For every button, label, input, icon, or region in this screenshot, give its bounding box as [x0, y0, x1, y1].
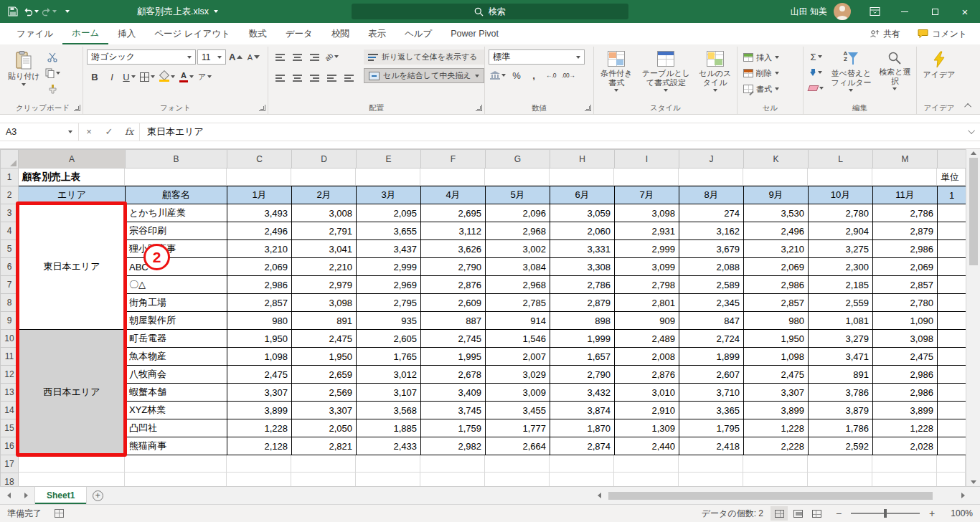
row-header-3[interactable]: 3	[1, 204, 19, 222]
cell-K6[interactable]: 2,069	[744, 258, 809, 276]
orientation-dropdown-icon[interactable]	[334, 55, 339, 58]
cell-D2[interactable]: 2月	[292, 186, 357, 204]
cell-D8[interactable]: 3,098	[292, 294, 357, 312]
cell-M12[interactable]: 2,986	[873, 366, 938, 384]
cell-L3[interactable]: 2,780	[809, 204, 873, 222]
cell-G10[interactable]: 1,546	[486, 330, 550, 348]
cell-G18[interactable]	[486, 473, 550, 487]
cell-D9[interactable]: 891	[292, 312, 357, 330]
cell-F10[interactable]: 2,745	[421, 330, 486, 348]
cell-styles-button[interactable]: セルのスタイル	[697, 47, 733, 93]
cell-I13[interactable]: 3,010	[615, 384, 679, 402]
redo-dropdown-icon[interactable]	[52, 10, 57, 13]
cell-M3[interactable]: 2,786	[873, 204, 938, 222]
cell-L2[interactable]: 10月	[809, 186, 873, 204]
cell-J3[interactable]: 274	[679, 204, 744, 222]
row-header-10[interactable]: 10	[1, 330, 19, 348]
cell-E14[interactable]: 3,568	[357, 402, 421, 419]
cell-N1[interactable]: 単位	[938, 169, 966, 186]
cell-K5[interactable]: 3,210	[744, 240, 809, 258]
cell-E6[interactable]: 2,999	[357, 258, 421, 276]
cut-button[interactable]	[44, 50, 62, 65]
scroll-right-icon[interactable]	[961, 493, 965, 498]
cell-D17[interactable]	[292, 455, 357, 473]
cell-L8[interactable]: 2,559	[809, 294, 873, 312]
merge-center-button[interactable]: セルを結合して中央揃え	[364, 68, 484, 83]
paste-dropdown-icon[interactable]	[22, 83, 26, 86]
cell-H5[interactable]: 3,331	[550, 240, 615, 258]
cell-K13[interactable]: 3,307	[744, 384, 809, 402]
ribbon-tab-review[interactable]: 校閲	[322, 23, 359, 44]
cell-E9[interactable]: 935	[357, 312, 421, 330]
delete-cells-button[interactable]: 削除	[741, 66, 781, 80]
cell-E1[interactable]	[357, 169, 421, 186]
cell-J7[interactable]: 2,589	[679, 276, 744, 294]
cell-F4[interactable]: 3,112	[421, 222, 486, 240]
fill-color-dropdown-icon[interactable]	[171, 75, 175, 78]
sheet-tab-sheet1[interactable]: Sheet1	[34, 487, 87, 504]
cell-I14[interactable]: 2,910	[615, 402, 679, 419]
cell-G4[interactable]: 2,968	[486, 222, 550, 240]
cell-F15[interactable]: 1,759	[421, 419, 486, 437]
format-cells-button[interactable]: 書式	[741, 82, 781, 96]
cell-H10[interactable]: 1,999	[550, 330, 615, 348]
cell-B6[interactable]: ABC	[126, 258, 227, 276]
cell-E2[interactable]: 3月	[357, 186, 421, 204]
delete-cells-dropdown-icon[interactable]	[775, 72, 779, 75]
cell-N18[interactable]	[938, 473, 966, 487]
percent-style-button[interactable]: %	[509, 68, 524, 82]
cell-N11[interactable]	[938, 348, 966, 366]
clear-button[interactable]	[807, 81, 825, 95]
row-header-13[interactable]: 13	[1, 384, 19, 402]
cell-F7[interactable]: 2,876	[421, 276, 486, 294]
cell-B9[interactable]: 朝屋製作所	[126, 312, 227, 330]
customize-qat-button[interactable]	[58, 2, 75, 21]
increase-font-size-button[interactable]: A	[227, 50, 244, 65]
cell-C6[interactable]: 2,069	[227, 258, 292, 276]
cell-D3[interactable]: 3,008	[292, 204, 357, 222]
copy-button[interactable]	[44, 66, 62, 80]
row-header-9[interactable]: 9	[1, 312, 19, 330]
format-as-table-dropdown-icon[interactable]	[664, 89, 668, 92]
cell-B3[interactable]: とかち川産業	[126, 204, 227, 222]
undo-button[interactable]	[22, 2, 39, 21]
column-header-G[interactable]: G	[486, 150, 550, 169]
cell-N15[interactable]	[938, 419, 966, 437]
increase-indent-button[interactable]	[341, 70, 357, 85]
share-button[interactable]: 共有	[862, 26, 908, 42]
cell-I12[interactable]: 2,876	[615, 366, 679, 384]
decrease-decimal-button[interactable]: .00→	[560, 68, 576, 82]
cell-I8[interactable]: 2,801	[615, 294, 679, 312]
vertical-scrollbar[interactable]	[966, 149, 980, 486]
clear-dropdown-icon[interactable]	[819, 87, 824, 90]
number-dialog-launcher[interactable]	[585, 105, 591, 111]
cell-B17[interactable]	[126, 455, 227, 473]
cancel-entry-button[interactable]: ×	[79, 123, 99, 141]
cell-F18[interactable]	[421, 473, 486, 487]
next-sheet-button[interactable]	[17, 487, 34, 504]
cell-E7[interactable]: 2,969	[357, 276, 421, 294]
merge-center-dropdown-icon[interactable]	[475, 75, 479, 77]
autosum-dropdown-icon[interactable]	[818, 55, 822, 58]
increase-decimal-button[interactable]: ←.0	[543, 68, 559, 82]
alignment-dialog-launcher[interactable]	[476, 105, 482, 111]
cell-A1[interactable]: 顧客別売上表	[19, 169, 126, 186]
column-header-H[interactable]: H	[550, 150, 615, 169]
cell-D15[interactable]: 2,050	[292, 419, 357, 437]
cell-L17[interactable]	[809, 455, 873, 473]
cell-K7[interactable]: 2,986	[744, 276, 809, 294]
bold-button[interactable]: B	[87, 70, 103, 84]
zoom-slider-thumb[interactable]	[884, 509, 887, 518]
cell-H9[interactable]: 898	[550, 312, 615, 330]
column-header-B[interactable]: B	[126, 150, 227, 169]
currency-format-button[interactable]	[489, 68, 507, 82]
furigana-dropdown-icon[interactable]	[207, 75, 212, 78]
cell-E16[interactable]: 2,433	[357, 437, 421, 455]
page-break-view-button[interactable]	[808, 506, 825, 521]
cell-N12[interactable]	[938, 366, 966, 384]
cell-E8[interactable]: 2,795	[357, 294, 421, 312]
scroll-up-icon[interactable]	[971, 151, 976, 155]
ribbon-tab-help[interactable]: ヘルプ	[395, 23, 441, 44]
cell-M8[interactable]: 2,780	[873, 294, 938, 312]
cell-F8[interactable]: 2,609	[421, 294, 486, 312]
